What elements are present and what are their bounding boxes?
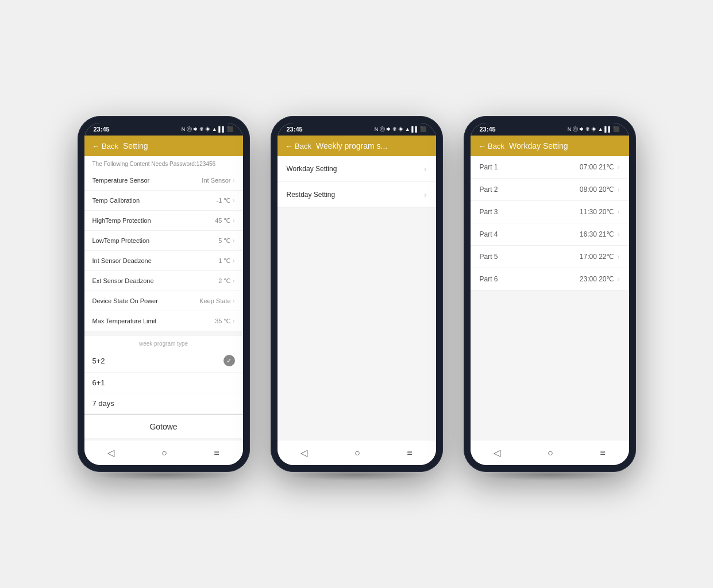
phone-3-screen: 23:45 N ⓐ ✱ ❋ ◈ ▲ ▌▌ ⬛ ← Back Workday Se… xyxy=(471,123,629,465)
app-header-3: ← Back Workday Setting xyxy=(471,136,629,156)
menu-item-restday[interactable]: Restday Setting › xyxy=(278,182,436,208)
part-item-6[interactable]: Part 6 23:00 20℃ › xyxy=(471,268,629,291)
part-label-5: Part 5 xyxy=(480,253,498,261)
app-header-1: ← Back Setting xyxy=(84,136,243,156)
chevron-part-3: › xyxy=(618,208,620,216)
settings-item-7[interactable]: Max Temperature Limit 35 ℃ › xyxy=(84,311,243,331)
program-option-1[interactable]: 6+1 xyxy=(84,373,243,393)
chevron-icon-5: › xyxy=(233,277,235,285)
part-item-2[interactable]: Part 2 08:00 20℃ › xyxy=(471,179,629,201)
password-notice: The Following Content Needs Password:123… xyxy=(84,156,243,171)
chevron-icon-6: › xyxy=(233,297,235,305)
screen-title-3: Workday Setting xyxy=(509,141,568,150)
phone-2-screen: 23:45 N ⓐ ✱ ❋ ◈ ▲ ▌▌ ⬛ ← Back Weekly pro… xyxy=(278,123,436,465)
part-item-1[interactable]: Part 1 07:00 21℃ › xyxy=(471,156,629,179)
phone-2: 23:45 N ⓐ ✱ ❋ ◈ ▲ ▌▌ ⬛ ← Back Weekly pro… xyxy=(271,116,443,472)
menu-list: Workday Setting › Restday Setting › xyxy=(278,156,436,208)
chevron-icon-4: › xyxy=(233,257,235,265)
done-button[interactable]: Gotowe xyxy=(84,414,243,438)
phone-1-screen: 23:45 N ⓐ ✱ ❋ ◈ ▲ ▌▌ ⬛ ← Back Setting Th… xyxy=(84,123,243,465)
menu-item-restday-label: Restday Setting xyxy=(287,191,336,199)
chevron-part-5: › xyxy=(618,253,620,261)
chevron-icon-restday: › xyxy=(424,190,427,199)
nav-menu-2[interactable]: ≡ xyxy=(398,446,421,461)
menu-item-workday[interactable]: Workday Setting › xyxy=(278,156,436,182)
nav-back-2[interactable]: ◁ xyxy=(291,445,317,461)
item-value-4: 1 ℃ › xyxy=(218,257,234,265)
part-value-6: 23:00 20℃ › xyxy=(580,275,620,283)
item-label-2: HighTemp Protection xyxy=(93,217,151,224)
part-item-3[interactable]: Part 3 11:30 20℃ › xyxy=(471,201,629,223)
chevron-icon-0: › xyxy=(233,176,235,184)
item-label-1: Temp Calibration xyxy=(93,197,140,204)
bottom-nav-3: ◁ ○ ≡ xyxy=(471,440,629,465)
item-label-5: Ext Sensor Deadzone xyxy=(93,277,154,284)
item-value-5: 2 ℃ › xyxy=(218,277,234,285)
item-value-6: Keep State › xyxy=(199,297,234,305)
nav-back-1[interactable]: ◁ xyxy=(98,445,124,461)
settings-item-6[interactable]: Device State On Power Keep State › xyxy=(84,291,243,311)
back-button-2[interactable]: ← Back xyxy=(286,142,312,150)
part-label-6: Part 6 xyxy=(480,275,498,283)
status-time-2: 23:45 xyxy=(287,126,303,133)
item-value-3: 5 ℃ › xyxy=(218,237,234,245)
chevron-part-6: › xyxy=(618,275,620,283)
item-label-4: Int Sensor Deadzone xyxy=(93,257,152,264)
back-button-1[interactable]: ← Back xyxy=(93,142,119,150)
nav-home-1[interactable]: ○ xyxy=(152,446,176,461)
nav-home-2[interactable]: ○ xyxy=(345,446,369,461)
status-bar-2: 23:45 N ⓐ ✱ ❋ ◈ ▲ ▌▌ ⬛ xyxy=(278,123,436,136)
chevron-icon-7: › xyxy=(233,317,235,325)
chevron-icon-3: › xyxy=(233,237,235,245)
item-value-2: 45 ℃ › xyxy=(215,216,234,225)
part-value-1: 07:00 21℃ › xyxy=(580,163,620,171)
part-value-3: 11:30 20℃ › xyxy=(580,208,620,216)
screen-title-2: Weekly program s... xyxy=(316,141,387,150)
part-value-5: 17:00 22℃ › xyxy=(580,253,620,261)
program-option-0[interactable]: 5+2 ✓ xyxy=(84,349,243,373)
screen-content-3: Part 1 07:00 21℃ › Part 2 08:00 20℃ › Pa… xyxy=(471,156,629,440)
bottom-nav-2: ◁ ○ ≡ xyxy=(278,440,436,465)
program-label-2: 7 days xyxy=(93,399,114,408)
status-time-1: 23:45 xyxy=(94,126,110,133)
nav-menu-1[interactable]: ≡ xyxy=(205,446,228,461)
chevron-icon-2: › xyxy=(233,216,235,225)
settings-item-0[interactable]: Temperature Sensor Int Sensor › xyxy=(84,171,243,191)
settings-item-5[interactable]: Ext Sensor Deadzone 2 ℃ › xyxy=(84,271,243,291)
item-label-0: Temperature Sensor xyxy=(93,177,150,184)
settings-item-4[interactable]: Int Sensor Deadzone 1 ℃ › xyxy=(84,251,243,271)
status-bar-1: 23:45 N ⓐ ✱ ❋ ◈ ▲ ▌▌ ⬛ xyxy=(84,123,243,136)
nav-menu-3[interactable]: ≡ xyxy=(591,446,614,461)
part-item-5[interactable]: Part 5 17:00 22℃ › xyxy=(471,246,629,268)
settings-item-3[interactable]: LowTemp Protection 5 ℃ › xyxy=(84,231,243,251)
chevron-part-1: › xyxy=(618,163,620,171)
part-item-4[interactable]: Part 4 16:30 21℃ › xyxy=(471,223,629,246)
nav-back-3[interactable]: ◁ xyxy=(484,445,510,461)
status-time-3: 23:45 xyxy=(480,126,496,133)
status-icons-3: N ⓐ ✱ ❋ ◈ ▲ ▌▌ ⬛ xyxy=(568,126,620,133)
parts-list: Part 1 07:00 21℃ › Part 2 08:00 20℃ › Pa… xyxy=(471,156,629,291)
menu-item-workday-label: Workday Setting xyxy=(287,165,337,173)
settings-item-1[interactable]: Temp Calibration -1 ℃ › xyxy=(84,191,243,211)
chevron-icon-1: › xyxy=(233,196,235,204)
part-label-2: Part 2 xyxy=(480,185,498,194)
phone-3: 23:45 N ⓐ ✱ ❋ ◈ ▲ ▌▌ ⬛ ← Back Workday Se… xyxy=(464,116,636,472)
settings-item-2[interactable]: HighTemp Protection 45 ℃ › xyxy=(84,211,243,231)
part-label-3: Part 3 xyxy=(480,208,498,216)
bottom-nav-1: ◁ ○ ≡ xyxy=(84,440,243,465)
settings-list: Temperature Sensor Int Sensor › Temp Cal… xyxy=(84,171,243,331)
part-value-4: 16:30 21℃ › xyxy=(580,230,620,238)
screen-content-1: The Following Content Needs Password:123… xyxy=(84,156,243,440)
item-label-6: Device State On Power xyxy=(93,297,158,304)
item-value-1: -1 ℃ › xyxy=(217,196,235,204)
item-label-3: LowTemp Protection xyxy=(93,237,150,244)
nav-home-3[interactable]: ○ xyxy=(538,446,562,461)
week-program-section: week program type 5+2 ✓ 6+1 7 days Gotow… xyxy=(84,336,243,438)
part-label-1: Part 1 xyxy=(480,163,498,171)
program-option-2[interactable]: 7 days xyxy=(84,393,243,414)
screen-content-2: Workday Setting › Restday Setting › xyxy=(278,156,436,440)
back-button-3[interactable]: ← Back xyxy=(479,142,505,150)
status-icons-2: N ⓐ ✱ ❋ ◈ ▲ ▌▌ ⬛ xyxy=(375,126,427,133)
status-bar-3: 23:45 N ⓐ ✱ ❋ ◈ ▲ ▌▌ ⬛ xyxy=(471,123,629,136)
check-icon-0: ✓ xyxy=(223,355,235,366)
